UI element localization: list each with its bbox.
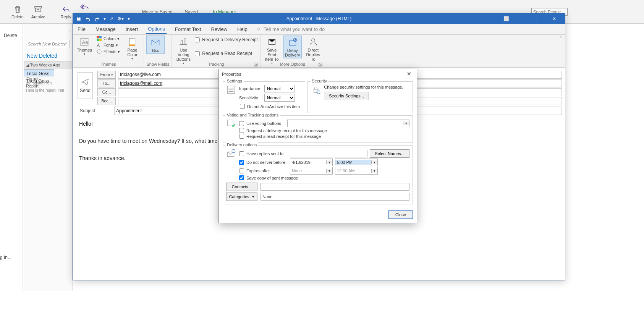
fieldset-legend: Security [310, 79, 328, 83]
expires-after-checkbox[interactable] [239, 168, 244, 173]
fieldset-legend: Voting and Tracking options [225, 113, 280, 117]
tab-message[interactable]: Message [94, 25, 117, 34]
effects-button[interactable]: Effects ▾ [96, 49, 121, 55]
svg-rect-6 [99, 39, 102, 41]
deliver-date-combo[interactable]: 4/13/2019▾ [290, 159, 333, 166]
sensitivity-select[interactable]: Normal [264, 94, 295, 102]
subject-label: Subject [76, 108, 114, 113]
request-delivery-receipt-checkbox[interactable]: Request a Delivery Receipt [195, 37, 257, 42]
colors-button[interactable]: Colors ▾ [96, 36, 121, 42]
svg-point-15 [311, 39, 315, 42]
close-button[interactable]: Close [388, 210, 413, 219]
expires-time-combo[interactable]: 12:00 AM▾ [335, 167, 378, 175]
bcc-icon [150, 37, 160, 47]
dialog-title: Properties [222, 72, 241, 76]
window-maximize-button[interactable]: ☐ [531, 15, 546, 23]
tab-format-text[interactable]: Format Text [173, 25, 202, 34]
importance-label: Importance [239, 86, 262, 91]
to-button[interactable]: To... [97, 79, 116, 87]
fonts-button[interactable]: AFonts ▾ [96, 42, 121, 48]
security-fieldset: Security Change security settings for th… [307, 81, 413, 113]
have-replies-checkbox[interactable] [239, 151, 244, 156]
tab-help[interactable]: Help [236, 25, 249, 34]
svg-rect-5 [97, 39, 99, 41]
archive-label: Archive [31, 15, 45, 19]
have-replies-input[interactable] [290, 150, 367, 157]
window-popout-button[interactable]: ⬜ [498, 15, 514, 23]
folder-pane: ‹ New Deleted ◢ Two Weeks Ago Tricia Gos… [24, 24, 73, 291]
search-folder-input[interactable] [26, 40, 70, 48]
collapse-ribbon-button[interactable]: ⌃ [559, 36, 563, 41]
ribbon-group-themes: Aa Themes▾ Colors ▾ AFonts ▾ Effects ▾ P… [73, 35, 144, 67]
collapse-button[interactable]: ‹ [70, 29, 71, 33]
bcc-button[interactable]: Bcc... [97, 97, 116, 105]
window-minimize-button[interactable]: — [515, 15, 530, 23]
dialog-launcher-icon[interactable]: ⇲ [254, 63, 258, 66]
svg-rect-3 [97, 36, 99, 38]
from-button[interactable]: From [97, 71, 116, 79]
deliver-time-combo[interactable]: 5:00 PM▾ [335, 159, 378, 166]
page-color-icon [127, 37, 137, 47]
delete-label: Delete [11, 15, 24, 19]
svg-point-0 [257, 28, 260, 30]
tab-options[interactable]: Options [146, 24, 167, 34]
cc-button[interactable]: Cc... [97, 88, 116, 96]
window-title: Appointment - Message (HTML) [286, 16, 352, 21]
request-read-receipt-checkbox[interactable]: Request a Read Receipt [195, 51, 257, 56]
ribbon-group-show-fields: Bcc Show Fields [144, 35, 172, 67]
window-close-button[interactable]: ✕ [547, 15, 562, 23]
no-autoarchive-checkbox[interactable] [240, 104, 245, 109]
page-color-button[interactable]: Page Color▾ [123, 36, 141, 61]
do-not-deliver-before-checkbox[interactable] [239, 160, 244, 165]
contacts-button[interactable]: Contacts... [226, 183, 257, 191]
svg-text:Aa: Aa [82, 39, 89, 45]
security-text: Change security settings for this messag… [324, 85, 409, 89]
delete-section-label: Delete [4, 33, 17, 38]
undo-icon[interactable] [85, 16, 91, 21]
importance-select[interactable]: Normal [264, 85, 295, 92]
delete-button[interactable]: Delete [8, 5, 28, 19]
date-group-header[interactable]: ◢ Two Weeks Ago [24, 61, 72, 69]
fieldset-legend: Delivery options [225, 142, 258, 147]
delivery-receipt-checkbox[interactable] [239, 128, 244, 133]
ribbon-body: Aa Themes▾ Colors ▾ AFonts ▾ Effects ▾ P… [73, 35, 565, 68]
archive-button[interactable]: Archive [28, 5, 49, 19]
expires-date-combo[interactable]: None▾ [290, 167, 333, 175]
message-preview: Here is the report. <en [26, 88, 70, 92]
tab-file[interactable]: File [76, 25, 87, 34]
reply-all-icon [80, 2, 89, 11]
dialog-launcher-icon[interactable]: ⇲ [319, 63, 322, 66]
properties-dialog: Properties ✕ Settings Importance Normal … [218, 69, 417, 223]
bcc-button[interactable]: Bcc [146, 36, 165, 54]
direct-replies-to-button[interactable]: Direct Replies To [304, 36, 322, 62]
ribbon-group-label: Tracking [208, 62, 224, 66]
use-voting-buttons-checkbox[interactable] [239, 121, 244, 126]
message-item[interactable]: Tricia Goss Report Here is the report. <… [24, 77, 72, 94]
voting-buttons-combo[interactable]: ▾ [287, 120, 409, 127]
redo-icon[interactable] [94, 16, 100, 21]
send-button[interactable]: Send [78, 72, 93, 99]
security-settings-button[interactable]: Security Settings... [324, 92, 369, 100]
voting-buttons-button[interactable]: Use Voting Buttons▾ [174, 36, 193, 66]
save-icon[interactable] [76, 16, 81, 21]
delay-delivery-button[interactable]: Delay Delivery [283, 36, 302, 58]
dialog-close-button[interactable]: ✕ [405, 70, 414, 78]
ribbon-group-tracking: Use Voting Buttons▾ Request a Delivery R… [172, 35, 260, 67]
ribbon-group-label: Show Fields [146, 62, 169, 67]
settings-icon [226, 85, 236, 95]
contacts-input[interactable] [261, 183, 409, 191]
send-icon [81, 78, 90, 86]
read-receipt-checkbox[interactable] [239, 134, 244, 139]
tab-review[interactable]: Review [209, 25, 229, 34]
message-item[interactable]: Tricia Goss Forgot Me again! I forgot to [24, 69, 54, 77]
tell-me-search[interactable]: Tell me what you want to do [256, 26, 325, 32]
save-copy-checkbox[interactable] [239, 175, 244, 180]
delay-delivery-icon [288, 37, 298, 47]
select-names-button[interactable]: Select Names... [370, 149, 409, 158]
save-sent-item-to-button[interactable]: Save Sent Item To▾ [263, 36, 281, 66]
themes-button[interactable]: Aa Themes▾ [75, 36, 94, 57]
tab-insert[interactable]: Insert [124, 25, 140, 34]
sensitivity-label: Sensitivity [239, 95, 262, 100]
login-label: g In... [0, 255, 11, 260]
categories-button[interactable]: Categories▼ [226, 193, 257, 201]
